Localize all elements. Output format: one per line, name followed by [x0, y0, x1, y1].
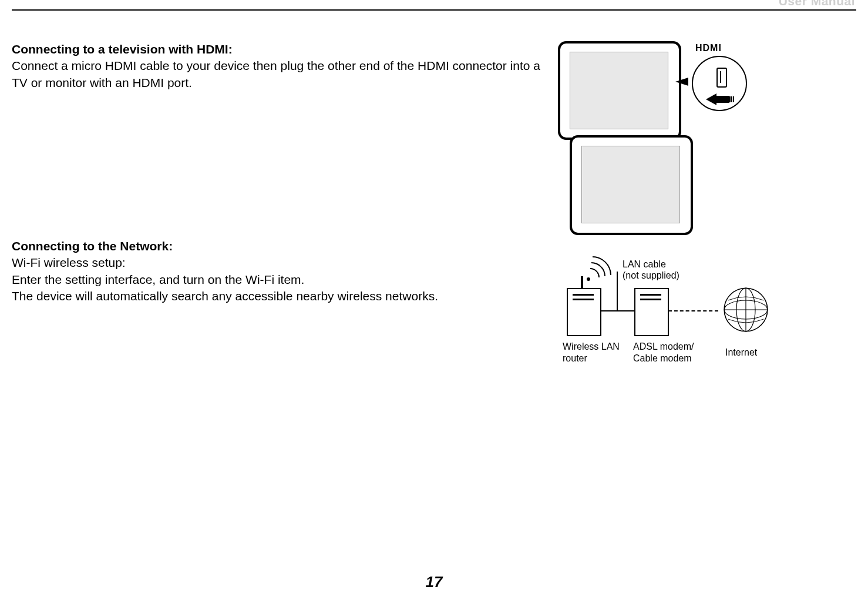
modem-caption-line2: Cable modem	[633, 353, 692, 363]
router-caption-line1: Wireless LAN	[563, 341, 620, 351]
header-rule	[12, 9, 856, 11]
router-icon	[567, 288, 601, 336]
section-hdmi: Connecting to a television with HDMI: Co…	[12, 41, 856, 147]
hdmi-plug-icon	[716, 96, 729, 103]
modem-caption: ADSL modem/ Cable modem	[633, 341, 704, 364]
arrow-left-icon	[706, 93, 716, 105]
hdmi-port-icon	[716, 68, 727, 88]
router-caption: Wireless LAN router	[563, 341, 627, 364]
section-hdmi-text: Connecting to a television with HDMI: Co…	[12, 41, 540, 91]
router-caption-line2: router	[563, 353, 587, 363]
page-number: 17	[0, 573, 868, 591]
page-content: Connecting to a television with HDMI: Co…	[12, 41, 856, 550]
section-hdmi-body: Connect a micro HDMI cable to your devic…	[12, 59, 540, 89]
tablet-screen	[581, 146, 680, 223]
header-title: User Manual	[779, 0, 855, 8]
internet-globe-icon	[722, 286, 769, 333]
lan-cable-label: LAN cable (not supplied)	[623, 259, 679, 281]
section-hdmi-heading: Connecting to a television with HDMI:	[12, 42, 233, 56]
lan-cable-line-icon	[600, 310, 634, 311]
section-network-line1: Wi-Fi wireless setup:	[12, 256, 126, 269]
section-network-text: Connecting to the Network: Wi-Fi wireles…	[12, 238, 540, 304]
hdmi-plug-pins-icon	[729, 96, 731, 102]
wifi-signal-icon	[584, 248, 620, 283]
internet-caption: Internet	[725, 347, 772, 359]
section-hdmi-figure: HDMI	[558, 41, 781, 147]
modem-icon	[634, 288, 669, 336]
hdmi-logo-text: HDMI	[695, 43, 722, 53]
dashed-connection-icon	[668, 310, 718, 311]
section-network-line3: The device will automatically search any…	[12, 289, 438, 303]
network-illustration: LAN cable (not supplied)	[558, 135, 775, 382]
tablet-icon	[570, 135, 693, 235]
lan-cable-label-line1: LAN cable	[623, 259, 666, 269]
hdmi-illustration: HDMI	[558, 41, 769, 147]
modem-caption-line1: ADSL modem/	[633, 341, 694, 351]
section-network: Connecting to the Network: Wi-Fi wireles…	[12, 147, 856, 382]
callout-circle-icon	[692, 56, 747, 111]
lan-label-leader-line	[617, 272, 618, 310]
lan-cable-label-line2: (not supplied)	[623, 270, 679, 280]
section-network-figure: LAN cable (not supplied)	[558, 147, 781, 382]
hdmi-callout: HDMI	[686, 56, 756, 132]
tablet-screen	[570, 52, 668, 129]
tablet-icon	[558, 41, 681, 140]
section-network-heading: Connecting to the Network:	[12, 239, 173, 253]
section-network-line2: Enter the setting interface, and turn on…	[12, 273, 304, 286]
